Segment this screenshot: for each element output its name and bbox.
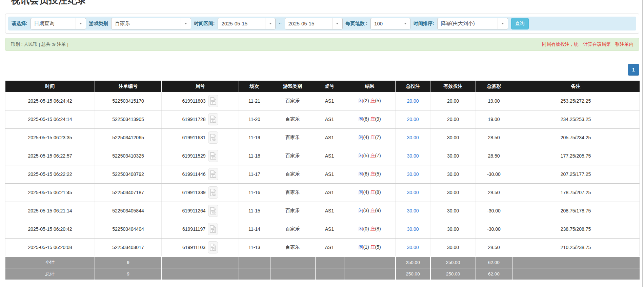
time-range-label: 时间区间: bbox=[194, 21, 215, 27]
result-cell: 闲(5) 庄(7) bbox=[344, 147, 396, 165]
total-bet-link[interactable]: 30.00 bbox=[407, 226, 419, 232]
column-header-6: 结果 bbox=[344, 81, 396, 92]
total-bet-cell: 30.00 bbox=[396, 220, 430, 238]
game-cell: 百家乐 bbox=[270, 202, 315, 220]
time-sort-select[interactable]: 降幂(由大到小) bbox=[437, 18, 508, 29]
total-bet-link[interactable]: 30.00 bbox=[407, 245, 419, 250]
query-type-value: 日期查询 bbox=[31, 20, 55, 27]
subtotal-row: 小计9250.00250.0062.00 bbox=[5, 257, 640, 268]
column-header-10: 备注 bbox=[512, 81, 640, 92]
payout-cell: 28.50 bbox=[476, 238, 512, 257]
banker-points: (5) bbox=[375, 171, 381, 177]
sum-count-cell: 9 bbox=[95, 257, 162, 268]
time-cell: 2025-05-15 06:20:08 bbox=[5, 238, 95, 257]
video-replay-button[interactable] bbox=[208, 223, 218, 235]
remark-cell: 207.25/177.25 bbox=[512, 165, 640, 183]
game-category-select[interactable]: 百家乐 bbox=[111, 18, 191, 29]
date-to-input[interactable]: 2025-05-15 bbox=[285, 18, 343, 29]
date-from-input[interactable]: 2025-05-15 bbox=[218, 18, 276, 29]
player-label: 闲 bbox=[358, 244, 363, 250]
search-button[interactable]: 查询 bbox=[511, 18, 529, 29]
valid-bet-cell: 30.00 bbox=[430, 202, 476, 220]
chevron-down-icon bbox=[332, 18, 342, 29]
result-cell: 闲(3) 庄(9) bbox=[344, 202, 396, 220]
bet-records-table: 时间注单编号局号场次游戏类别桌号结果总投注有效投注总派彩备注 2025-05-1… bbox=[5, 81, 640, 280]
sum-empty-cell bbox=[270, 257, 315, 268]
payout-cell: 19.00 bbox=[476, 92, 512, 110]
video-replay-button[interactable] bbox=[208, 168, 218, 180]
banker-label: 庄 bbox=[370, 153, 375, 158]
video-replay-button[interactable] bbox=[208, 131, 218, 144]
date-to-value: 2025-05-15 bbox=[285, 21, 315, 26]
valid-bet-cell: 30.00 bbox=[430, 183, 476, 202]
remark-cell: 178.75/207.25 bbox=[512, 183, 640, 202]
table-no-cell: AS1 bbox=[315, 147, 344, 165]
player-label: 闲 bbox=[358, 171, 363, 177]
round-number: 619911446 bbox=[182, 171, 205, 177]
session-cell: 11-21 bbox=[239, 92, 270, 110]
remark-cell: 210.25/238.75 bbox=[512, 238, 640, 257]
game-cell: 百家乐 bbox=[270, 92, 315, 110]
video-replay-button[interactable] bbox=[208, 95, 218, 107]
time-cell: 2025-05-15 06:22:57 bbox=[5, 147, 95, 165]
total-bet-link[interactable]: 20.00 bbox=[407, 98, 419, 104]
total-bet-link[interactable]: 30.00 bbox=[407, 153, 419, 159]
total-bet-link[interactable]: 30.00 bbox=[407, 171, 419, 177]
sum-valid-bet-cell: 250.00 bbox=[430, 257, 476, 268]
page-button-1[interactable]: 1 bbox=[628, 64, 639, 76]
player-label: 闲 bbox=[358, 208, 363, 213]
chevron-down-icon bbox=[265, 18, 275, 29]
total-bet-cell: 30.00 bbox=[396, 128, 430, 147]
valid-bet-cell: 30.00 bbox=[430, 147, 476, 165]
sum-empty-cell bbox=[239, 268, 270, 280]
valid-bet-cell: 30.00 bbox=[430, 220, 476, 238]
table-no-cell: AS1 bbox=[315, 165, 344, 183]
video-replay-button[interactable] bbox=[208, 241, 218, 253]
page-size-select[interactable]: 100 bbox=[370, 18, 410, 29]
player-label: 闲 bbox=[358, 189, 363, 195]
total-bet-link[interactable]: 20.00 bbox=[407, 117, 419, 122]
column-header-3: 场次 bbox=[239, 81, 270, 92]
video-icon bbox=[210, 97, 216, 105]
banker-label: 庄 bbox=[370, 244, 375, 250]
session-cell: 11-20 bbox=[239, 110, 270, 128]
time-cell: 2025-05-15 06:22:22 bbox=[5, 165, 95, 183]
table-no-cell: AS1 bbox=[315, 128, 344, 147]
total-bet-cell: 30.00 bbox=[396, 147, 430, 165]
round-number: 619911529 bbox=[182, 153, 205, 159]
banker-label: 庄 bbox=[370, 98, 375, 103]
game-cell: 百家乐 bbox=[270, 128, 315, 147]
video-replay-button[interactable] bbox=[208, 186, 218, 199]
total-bet-link[interactable]: 30.00 bbox=[407, 208, 419, 213]
page-size-label: 每页笔数 : bbox=[346, 21, 368, 27]
total-bet-link[interactable]: 30.00 bbox=[407, 190, 419, 195]
video-icon bbox=[210, 207, 216, 214]
player-points: (4) bbox=[363, 189, 370, 195]
video-replay-button[interactable] bbox=[208, 150, 218, 162]
payout-cell: -30.00 bbox=[476, 165, 512, 183]
sum-empty-cell bbox=[239, 257, 270, 268]
total-bet-link[interactable]: 30.00 bbox=[407, 135, 419, 140]
sum-empty-cell bbox=[512, 257, 640, 268]
scrollbar[interactable] bbox=[642, 0, 643, 287]
column-header-2: 局号 bbox=[162, 81, 239, 92]
player-label: 闲 bbox=[358, 153, 363, 158]
sum-valid-bet-cell: 250.00 bbox=[430, 268, 476, 280]
sum-empty-cell bbox=[344, 268, 396, 280]
video-replay-button[interactable] bbox=[208, 113, 218, 125]
video-icon bbox=[210, 189, 216, 196]
time-cell: 2025-05-15 06:24:42 bbox=[5, 92, 95, 110]
video-replay-button[interactable] bbox=[208, 205, 218, 217]
payout-cell: 19.00 bbox=[476, 110, 512, 128]
query-type-select[interactable]: 日期查询 bbox=[31, 18, 86, 29]
banker-points: (7) bbox=[375, 153, 381, 158]
remark-cell: 177.25/205.75 bbox=[512, 147, 640, 165]
bet-no-cell: 522503413905 bbox=[95, 110, 162, 128]
payout-cell: -30.00 bbox=[476, 220, 512, 238]
player-points: (2) bbox=[363, 98, 370, 103]
date-range-separator: ~ bbox=[279, 21, 281, 26]
banker-points: (8) bbox=[375, 189, 381, 195]
sum-empty-cell bbox=[315, 268, 344, 280]
session-cell: 11-19 bbox=[239, 128, 270, 147]
video-icon bbox=[210, 134, 216, 141]
